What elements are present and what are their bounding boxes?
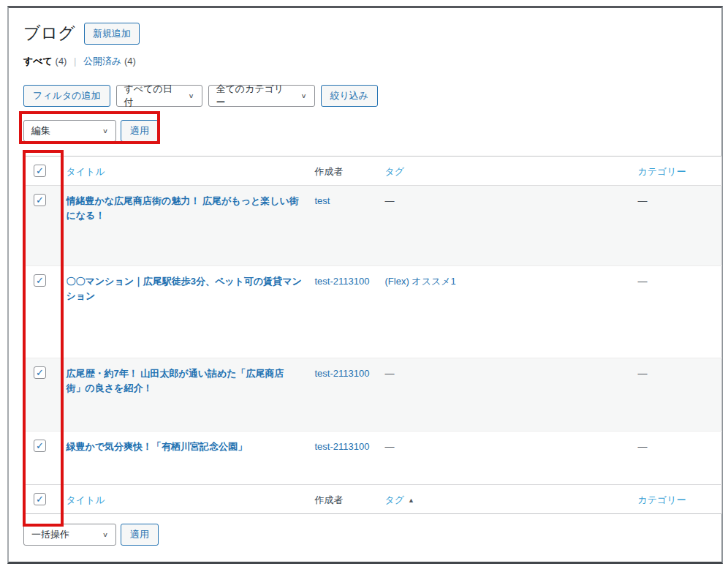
bulk-actions-bottom: 一括操作 ∨ 適用 — [23, 523, 707, 546]
admin-content-frame: ブログ 新規追加 すべて (4) | 公開済み (4) フィルタの追加 すべての… — [7, 6, 723, 564]
sort-ascending-icon: ▲ — [408, 497, 414, 504]
column-footer-categories[interactable]: カテゴリー — [638, 494, 686, 505]
bulk-actions-top: 編集 ∨ 適用 — [23, 119, 707, 143]
category-filter-select[interactable]: 全てのカテゴリー ∨ — [208, 85, 315, 107]
bulk-action-select-bottom[interactable]: 一括操作 ∨ — [23, 524, 116, 546]
post-categories-value: — — [638, 195, 648, 206]
view-published-link[interactable]: 公開済み — [83, 56, 121, 67]
row-checkbox[interactable]: ✓ — [34, 194, 46, 206]
add-filter-button[interactable]: フィルタの追加 — [23, 85, 110, 107]
post-tags-value: — — [385, 441, 395, 452]
select-all-checkbox-bottom[interactable]: ✓ — [34, 493, 46, 505]
view-separator: | — [74, 56, 76, 67]
post-categories-value: — — [638, 276, 648, 287]
post-author-link[interactable]: test-2113100 — [315, 441, 370, 452]
chevron-down-icon: ∨ — [300, 92, 306, 99]
table-row: ✓ 緑豊かで気分爽快！「有栖川宮記念公園」 test-2113100 — — — [24, 432, 722, 485]
view-filter-links: すべて (4) | 公開済み (4) — [23, 55, 707, 68]
bulk-apply-button-top[interactable]: 適用 — [121, 120, 159, 142]
post-tags-link[interactable]: (Flex) オススメ1 — [385, 276, 456, 287]
table-row: ✓ 〇〇マンション｜広尾駅徒歩3分、ペット可の賃貸マンション test-2113… — [24, 266, 722, 358]
post-title-link[interactable]: 緑豊かで気分爽快！「有栖川宮記念公園」 — [67, 441, 248, 452]
post-tags-value: — — [385, 368, 395, 379]
table-row: ✓ 情緒豊かな広尾商店街の魅力！ 広尾がもっと楽しい街になる！ test — — — [24, 186, 722, 266]
filter-submit-button[interactable]: 絞り込み — [321, 85, 379, 107]
table-footer-row: ✓ タイトル 作成者 タグ▲ カテゴリー — [24, 485, 722, 514]
post-tags-value: — — [385, 195, 395, 206]
view-all-count: (4) — [56, 56, 67, 67]
select-all-checkbox-top[interactable]: ✓ — [34, 165, 46, 177]
post-title-link[interactable]: 〇〇マンション｜広尾駅徒歩3分、ペット可の賃貸マンション — [67, 276, 302, 301]
row-checkbox[interactable]: ✓ — [34, 440, 46, 452]
chevron-down-icon: ∨ — [102, 127, 108, 135]
table-row: ✓ 広尾歴・約7年！ 山田太郎が通い詰めた「広尾商店街」の良さを紹介！ test… — [24, 358, 722, 432]
column-footer-author: 作成者 — [315, 494, 344, 505]
add-new-button[interactable]: 新規追加 — [84, 23, 140, 45]
page-title: ブログ — [23, 23, 75, 45]
post-categories-value: — — [638, 441, 648, 452]
view-all-link[interactable]: すべて — [23, 56, 53, 67]
post-author-link[interactable]: test-2113100 — [315, 276, 370, 287]
chevron-down-icon: ∨ — [188, 92, 194, 99]
bulk-action-value-top: 編集 — [31, 124, 50, 137]
posts-table: ✓ タイトル 作成者 タグ カテゴリー ✓ 情緒豊かな広尾商店街の魅力！ 広尾が… — [23, 156, 722, 514]
post-categories-value: — — [638, 368, 648, 379]
filter-toolbar: フィルタの追加 すべての日付 ∨ 全てのカテゴリー ∨ 絞り込み — [23, 84, 707, 108]
bulk-apply-button-bottom[interactable]: 適用 — [121, 524, 159, 546]
category-filter-value: 全てのカテゴリー — [216, 83, 291, 109]
post-title-link[interactable]: 情緒豊かな広尾商店街の魅力！ 広尾がもっと楽しい街になる！ — [67, 195, 299, 221]
date-filter-select[interactable]: すべての日付 ∨ — [116, 85, 202, 107]
bulk-action-value-bottom: 一括操作 — [31, 528, 69, 541]
view-published-count: (4) — [124, 56, 136, 67]
column-header-categories[interactable]: カテゴリー — [638, 166, 686, 177]
column-footer-tags[interactable]: タグ — [385, 494, 405, 505]
column-header-author: 作成者 — [315, 166, 344, 177]
chevron-down-icon: ∨ — [102, 531, 108, 538]
post-author-link[interactable]: test-2113100 — [315, 368, 370, 379]
column-header-tags[interactable]: タグ — [385, 166, 405, 177]
row-checkbox[interactable]: ✓ — [34, 274, 46, 287]
column-footer-title[interactable]: タイトル — [67, 494, 105, 505]
table-header-row: ✓ タイトル 作成者 タグ カテゴリー — [24, 157, 722, 186]
column-header-title[interactable]: タイトル — [67, 166, 105, 177]
row-checkbox[interactable]: ✓ — [34, 366, 46, 379]
post-author-link[interactable]: test — [315, 195, 330, 206]
date-filter-value: すべての日付 — [124, 83, 178, 109]
bulk-action-select-top[interactable]: 編集 ∨ — [23, 120, 116, 142]
page-header: ブログ 新規追加 — [23, 21, 707, 46]
post-title-link[interactable]: 広尾歴・約7年！ 山田太郎が通い詰めた「広尾商店街」の良さを紹介！ — [67, 368, 284, 393]
